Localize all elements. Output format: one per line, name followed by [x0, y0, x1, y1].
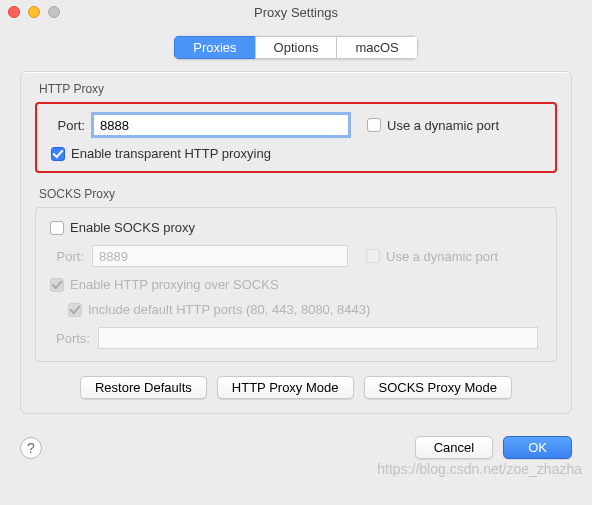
tab-bar: Proxies Options macOS — [20, 36, 572, 59]
enable-socks-checkbox[interactable]: Enable SOCKS proxy — [50, 220, 195, 235]
checkbox-icon — [50, 278, 64, 292]
http-over-socks-label: Enable HTTP proxying over SOCKS — [70, 277, 279, 292]
ok-button[interactable]: OK — [503, 436, 572, 459]
checkbox-icon — [367, 118, 381, 132]
http-dynamic-port-checkbox[interactable]: Use a dynamic port — [367, 118, 499, 133]
http-over-socks-checkbox: Enable HTTP proxying over SOCKS — [50, 277, 279, 292]
tab-macos[interactable]: macOS — [336, 36, 417, 59]
cancel-button[interactable]: Cancel — [415, 436, 493, 459]
http-proxy-group: Port: Use a dynamic port Enable transpar… — [35, 102, 557, 173]
http-proxy-label: HTTP Proxy — [39, 82, 557, 96]
enable-socks-label: Enable SOCKS proxy — [70, 220, 195, 235]
mode-buttons: Restore Defaults HTTP Proxy Mode SOCKS P… — [35, 376, 557, 399]
http-port-input[interactable] — [93, 114, 349, 136]
restore-defaults-button[interactable]: Restore Defaults — [80, 376, 207, 399]
socks-port-label: Port: — [50, 249, 84, 264]
http-dynamic-port-label: Use a dynamic port — [387, 118, 499, 133]
titlebar: Proxy Settings — [0, 0, 592, 24]
settings-panel: HTTP Proxy Port: Use a dynamic port Enab… — [20, 71, 572, 414]
socks-dynamic-port-label: Use a dynamic port — [386, 249, 498, 264]
socks-proxy-label: SOCKS Proxy — [39, 187, 557, 201]
http-proxy-mode-button[interactable]: HTTP Proxy Mode — [217, 376, 354, 399]
tab-proxies[interactable]: Proxies — [174, 36, 254, 59]
transparent-proxy-checkbox[interactable]: Enable transparent HTTP proxying — [51, 146, 271, 161]
include-default-ports-label: Include default HTTP ports (80, 443, 808… — [88, 302, 370, 317]
checkbox-icon — [50, 221, 64, 235]
tab-options[interactable]: Options — [255, 36, 337, 59]
checkbox-icon — [366, 249, 380, 263]
http-port-label: Port: — [51, 118, 85, 133]
help-button[interactable]: ? — [20, 437, 42, 459]
socks-ports-label: Ports: — [50, 331, 90, 346]
transparent-proxy-label: Enable transparent HTTP proxying — [71, 146, 271, 161]
window-title: Proxy Settings — [0, 5, 592, 20]
checkbox-icon — [68, 303, 82, 317]
socks-proxy-group: Enable SOCKS proxy Port: Use a dynamic p… — [35, 207, 557, 362]
socks-dynamic-port-checkbox: Use a dynamic port — [366, 249, 498, 264]
socks-proxy-mode-button[interactable]: SOCKS Proxy Mode — [364, 376, 513, 399]
socks-port-input — [92, 245, 348, 267]
include-default-ports-checkbox: Include default HTTP ports (80, 443, 808… — [68, 302, 370, 317]
checkbox-icon — [51, 147, 65, 161]
socks-ports-input — [98, 327, 538, 349]
watermark: https://blog.csdn.net/zoe_zhazha — [377, 461, 582, 477]
